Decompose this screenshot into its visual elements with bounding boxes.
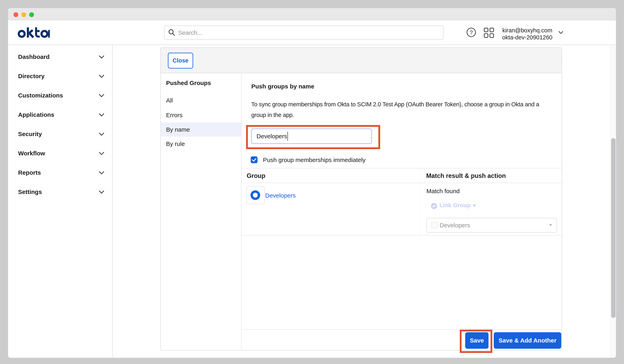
svg-text:?: ? bbox=[469, 29, 473, 36]
